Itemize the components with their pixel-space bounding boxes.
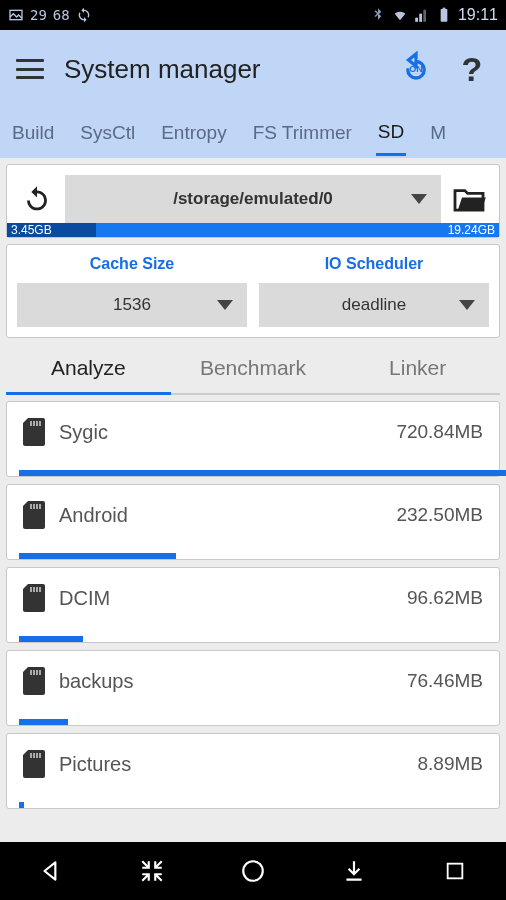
item-name: backups	[59, 670, 393, 693]
help-button[interactable]: ?	[454, 51, 490, 87]
back-button[interactable]	[31, 851, 71, 891]
status-num2: 68	[53, 7, 70, 23]
cache-size-label: Cache Size	[90, 255, 174, 273]
main-tabs: Build SysCtl Entropy FS Trimmer SD M	[0, 108, 506, 158]
wifi-icon	[392, 7, 408, 23]
app-bar: System manager ON ?	[0, 30, 506, 108]
download-button[interactable]	[334, 851, 374, 891]
battery-icon	[436, 7, 452, 23]
signal-icon	[414, 7, 430, 23]
storage-total-label: 19.24GB	[444, 223, 499, 237]
picture-icon	[8, 7, 24, 23]
item-name: Sygic	[59, 421, 382, 444]
item-usage-bar	[19, 470, 506, 476]
svg-text:ON: ON	[409, 64, 423, 74]
item-usage-bar	[19, 802, 24, 808]
cache-size-value: 1536	[113, 295, 151, 315]
io-scheduler-dropdown[interactable]: deadline	[259, 283, 489, 327]
sync-icon	[76, 7, 92, 23]
item-size: 96.62MB	[407, 587, 483, 609]
list-item[interactable]: backups 76.46MB	[6, 650, 500, 726]
refresh-button[interactable]	[17, 179, 57, 219]
storage-path-dropdown[interactable]: /storage/emulated/0	[65, 175, 441, 223]
storage-card: /storage/emulated/0 3.45GB 19.24GB	[6, 164, 500, 238]
svg-rect-5	[448, 864, 463, 879]
home-button[interactable]	[233, 851, 273, 891]
item-usage-bar	[19, 719, 68, 725]
tab-entropy[interactable]: Entropy	[159, 112, 228, 154]
tab-fstrimmer[interactable]: FS Trimmer	[251, 112, 354, 154]
io-scheduler-value: deadline	[342, 295, 406, 315]
storage-used-label: 3.45GB	[7, 223, 56, 237]
cache-size-dropdown[interactable]: 1536	[17, 283, 247, 327]
status-num1: 29	[30, 7, 47, 23]
sd-card-icon	[23, 750, 45, 778]
svg-rect-2	[443, 8, 446, 9]
list-item[interactable]: DCIM 96.62MB	[6, 567, 500, 643]
item-name: DCIM	[59, 587, 393, 610]
tab-sd[interactable]: SD	[376, 111, 406, 156]
subtab-linker[interactable]: Linker	[335, 356, 500, 395]
storage-usage-bar: 3.45GB 19.24GB	[7, 223, 499, 237]
item-name: Pictures	[59, 753, 404, 776]
restore-button[interactable]: ON	[398, 51, 434, 87]
item-size: 232.50MB	[396, 504, 483, 526]
status-time: 19:11	[458, 6, 498, 24]
io-scheduler-label: IO Scheduler	[325, 255, 424, 273]
items-list: Sygic 720.84MB Android 232.50MB DCIM 96.…	[6, 401, 500, 809]
item-usage-bar	[19, 553, 176, 559]
list-item[interactable]: Pictures 8.89MB	[6, 733, 500, 809]
tab-more[interactable]: M	[428, 112, 448, 154]
subtab-analyze[interactable]: Analyze	[6, 356, 171, 395]
list-item[interactable]: Sygic 720.84MB	[6, 401, 500, 477]
item-size: 76.46MB	[407, 670, 483, 692]
list-item[interactable]: Android 232.50MB	[6, 484, 500, 560]
app-title: System manager	[64, 54, 378, 85]
navigation-bar	[0, 842, 506, 900]
svg-point-4	[243, 861, 263, 881]
open-folder-button[interactable]	[449, 179, 489, 219]
status-bar: 29 68 19:11	[0, 0, 506, 30]
item-size: 720.84MB	[396, 421, 483, 443]
tab-sysctl[interactable]: SysCtl	[78, 112, 137, 154]
sd-card-icon	[23, 418, 45, 446]
main-content: /storage/emulated/0 3.45GB 19.24GB Cache…	[0, 158, 506, 822]
collapse-button[interactable]	[132, 851, 172, 891]
bluetooth-icon	[370, 7, 386, 23]
storage-path-value: /storage/emulated/0	[173, 189, 333, 209]
menu-button[interactable]	[16, 59, 44, 79]
sd-card-icon	[23, 667, 45, 695]
chevron-down-icon	[217, 300, 233, 310]
sd-card-icon	[23, 584, 45, 612]
item-usage-bar	[19, 636, 83, 642]
tab-build[interactable]: Build	[10, 112, 56, 154]
item-size: 8.89MB	[418, 753, 483, 775]
svg-rect-1	[441, 9, 448, 22]
chevron-down-icon	[411, 194, 427, 204]
chevron-down-icon	[459, 300, 475, 310]
sd-card-icon	[23, 501, 45, 529]
subtab-benchmark[interactable]: Benchmark	[171, 356, 336, 395]
item-name: Android	[59, 504, 382, 527]
settings-card: Cache Size 1536 IO Scheduler deadline	[6, 244, 500, 338]
recent-button[interactable]	[435, 851, 475, 891]
sub-tabs: Analyze Benchmark Linker	[6, 346, 500, 395]
